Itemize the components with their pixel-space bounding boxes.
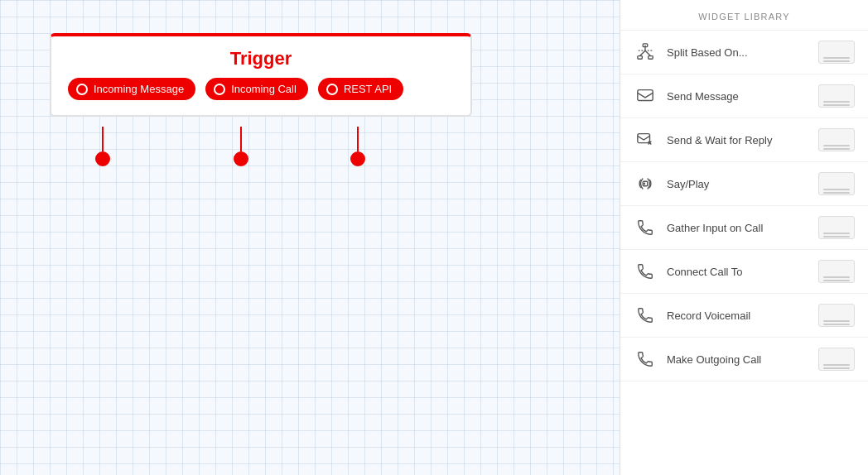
widget-thumb-record-voicemail xyxy=(818,304,855,327)
rest-api-label: REST API xyxy=(344,83,392,95)
canvas-area[interactable]: Trigger Incoming Message Incoming Call R… xyxy=(0,0,620,475)
widget-item-make-outgoing[interactable]: Make Outgoing Call xyxy=(620,338,868,381)
connector-circle-2 xyxy=(234,151,248,166)
widget-label-connect-call: Connect Call To xyxy=(667,266,808,278)
connector-2 xyxy=(234,127,248,166)
connector-1 xyxy=(95,127,110,166)
connector-line-2 xyxy=(240,127,242,151)
widget-item-record-voicemail[interactable]: Record Voicemail xyxy=(620,294,868,338)
connector-3 xyxy=(350,127,365,166)
connector-circle-3 xyxy=(350,151,365,166)
incoming-message-label: Incoming Message xyxy=(94,83,184,95)
btn-dot-1 xyxy=(76,84,88,95)
widget-thumb-make-outgoing xyxy=(818,348,855,371)
widget-label-say-play: Say/Play xyxy=(667,178,808,190)
widget-label-make-outgoing: Make Outgoing Call xyxy=(667,353,808,366)
widget-item-connect-call[interactable]: Connect Call To xyxy=(620,250,868,294)
record-voicemail-icon xyxy=(634,304,657,327)
widget-label-record-voicemail: Record Voicemail xyxy=(667,309,808,322)
rest-api-button[interactable]: REST API xyxy=(318,78,403,100)
svg-line-2 xyxy=(645,50,650,55)
btn-dot-3 xyxy=(326,84,338,95)
widget-thumb-connect-call xyxy=(818,260,855,283)
widget-thumb-send-wait xyxy=(818,128,855,151)
connector-line-3 xyxy=(357,127,359,151)
btn-dot-2 xyxy=(214,84,225,95)
trigger-widget: Trigger Incoming Message Incoming Call R… xyxy=(50,33,472,117)
send-wait-icon xyxy=(634,128,657,151)
svg-rect-7 xyxy=(638,90,653,101)
svg-rect-3 xyxy=(638,56,643,60)
say-play-icon xyxy=(634,172,657,195)
incoming-call-button[interactable]: Incoming Call xyxy=(205,78,308,100)
widget-item-send-message[interactable]: Send Message xyxy=(620,74,868,118)
trigger-title: Trigger xyxy=(51,36,470,78)
connect-call-icon xyxy=(634,260,657,283)
sidebar-header: WIDGET LIBRARY xyxy=(620,0,868,31)
send-message-icon xyxy=(634,84,657,108)
connectors-area xyxy=(50,127,472,168)
split-icon xyxy=(634,41,657,64)
connector-circle-1 xyxy=(95,151,110,166)
make-outgoing-icon xyxy=(634,348,657,371)
gather-input-icon xyxy=(634,216,657,239)
trigger-buttons: Incoming Message Incoming Call REST API xyxy=(51,78,470,115)
widget-item-gather-input[interactable]: Gather Input on Call xyxy=(620,206,868,250)
widget-item-say-play[interactable]: Say/Play xyxy=(620,162,868,206)
incoming-message-button[interactable]: Incoming Message xyxy=(68,78,195,100)
widget-thumb-say-play xyxy=(818,172,855,195)
widget-item-split-based-on[interactable]: Split Based On... xyxy=(620,31,868,74)
svg-rect-4 xyxy=(649,56,653,60)
connector-line-1 xyxy=(102,127,104,151)
widget-label-gather-input: Gather Input on Call xyxy=(667,222,808,234)
widget-library-sidebar: WIDGET LIBRARY Split Based On... Send Me… xyxy=(620,0,868,475)
widget-thumb-send-message xyxy=(818,84,855,108)
widget-thumb-split xyxy=(818,41,855,64)
widget-item-send-wait[interactable]: Send & Wait for Reply xyxy=(620,118,868,162)
svg-line-1 xyxy=(640,50,645,55)
svg-rect-8 xyxy=(638,134,650,143)
incoming-call-label: Incoming Call xyxy=(231,83,297,95)
widget-thumb-gather-input xyxy=(818,216,855,239)
widget-label-split: Split Based On... xyxy=(667,46,808,59)
widget-label-send-message: Send Message xyxy=(667,90,808,103)
widget-label-send-wait: Send & Wait for Reply xyxy=(667,134,808,146)
